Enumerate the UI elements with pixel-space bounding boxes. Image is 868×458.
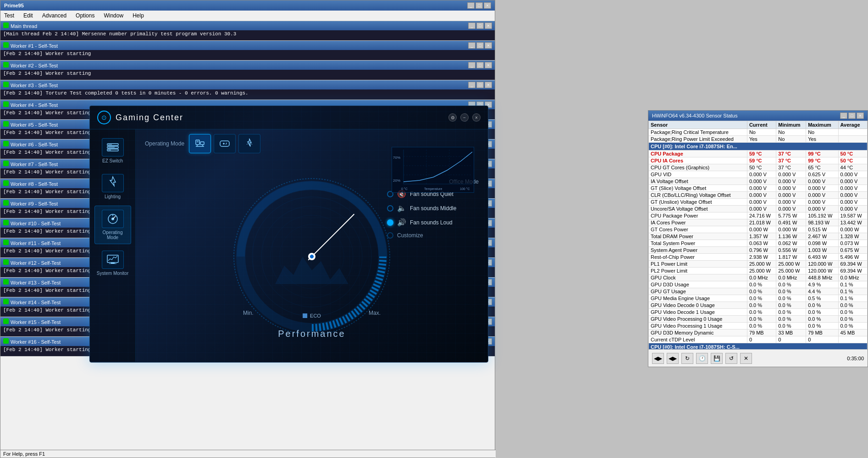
worker-id-7: Worker #7 - Self-Test — [11, 162, 58, 167]
hwinfo-clock-btn[interactable]: 🕐 — [696, 353, 708, 364]
sensor-maximum: 0.000 V — [806, 206, 838, 212]
sensor-current: 0.063 W — [747, 240, 776, 247]
menu-window[interactable]: Window — [102, 11, 125, 20]
customize-option[interactable]: Customize — [387, 232, 479, 239]
sensor-name: GPU Video Processing 0 Usage — [649, 316, 747, 323]
sensor-average: 0.675 W — [838, 247, 867, 254]
fan-loud-option[interactable]: 🔊 Fan sounds Loud — [387, 218, 479, 227]
worker-min-0[interactable]: _ — [468, 22, 475, 29]
sensor-current: 1.357 W — [747, 233, 776, 240]
sensor-average — [838, 129, 867, 136]
worker-icon-0 — [3, 22, 9, 28]
worker-icon-3 — [3, 82, 9, 87]
sensor-current: No — [747, 129, 776, 136]
table-row: Rest-of-Chip Power 2.938 W 1.817 W 6.493… — [649, 254, 868, 261]
worker-controls-1: _ □ × — [468, 42, 492, 49]
svg-text:0 °C: 0 °C — [401, 187, 408, 190]
table-row: GPU Media Engine Usage 0.0 % 0.0 % 0.5 %… — [649, 295, 868, 302]
sensor-maximum: 0.000 V — [806, 192, 838, 199]
menu-help[interactable]: Help — [131, 11, 146, 20]
worker-max-1[interactable]: □ — [476, 42, 484, 49]
sensor-average: 5.496 W — [838, 254, 867, 261]
hwinfo-sensor-table-container[interactable]: Sensor Current Minimum Maximum Average P… — [648, 121, 868, 349]
worker-max-3[interactable]: □ — [476, 82, 484, 88]
table-row: GPU GT Usage 0.0 % 0.0 % 4.4 % 0.1 % — [649, 288, 868, 295]
hwinfo-window-controls: _ □ × — [840, 112, 864, 119]
table-row: CPU [#0]: Intel Core i7-1087SH: En... — [649, 143, 868, 151]
table-row: Package;Ring Power Limit Exceeded Yes No… — [649, 136, 868, 143]
sensor-average: 13.442 W — [838, 219, 867, 226]
sensor-current: 24.716 W — [747, 212, 776, 219]
customize-radio[interactable] — [387, 232, 393, 239]
hwinfo-next-btn[interactable]: ◀▶ — [667, 353, 679, 364]
menu-test[interactable]: Test — [2, 11, 16, 20]
fan-loud-radio[interactable] — [387, 219, 393, 226]
minimize-button[interactable]: _ — [467, 2, 475, 9]
hwinfo-title: HWiNFO64 v6.34-4300 Sensor Status — [652, 113, 737, 118]
worker-controls-2: _ □ × — [468, 62, 492, 68]
worker-id-6: Worker #6 - Self-Test — [11, 142, 58, 147]
worker-close-2[interactable]: × — [485, 62, 492, 68]
fan-middle-option[interactable]: 🔈 Fan sounds Middle — [387, 204, 479, 212]
worker-section-0: Main thread _ □ × [Main thread Feb 2 14:… — [0, 21, 495, 41]
table-row: PL2 Power Limit 25.000 W 25.000 W 120.00… — [649, 268, 868, 274]
worker-min-2[interactable]: _ — [468, 62, 475, 68]
worker-max-2[interactable]: □ — [476, 62, 484, 68]
op-mode-office-btn[interactable] — [189, 134, 211, 153]
hwinfo-stop-btn[interactable]: ✕ — [740, 353, 752, 364]
worker-icon-13 — [3, 279, 9, 285]
sensor-maximum: 0.0 % — [806, 316, 838, 323]
fan-middle-radio[interactable] — [387, 205, 393, 212]
worker-id-11: Worker #11 - Self-Test — [11, 240, 61, 246]
hwinfo-restore-btn[interactable]: □ — [848, 112, 856, 119]
worker-titlebar-0: Main thread _ □ × — [0, 21, 495, 30]
sensor-current: 0.0 % — [747, 302, 776, 309]
sensor-current: 0 — [747, 336, 776, 343]
sensor-average: 0.073 W — [838, 240, 867, 247]
sensor-minimum: 0.0 % — [776, 309, 806, 316]
section-header-cell: CPU [#0]: Intel Core i7-1087SH: C-S... — [649, 343, 868, 350]
hwinfo-reset-btn[interactable]: ↺ — [725, 353, 737, 364]
sensor-maximum: 4.4 % — [806, 288, 838, 295]
gauge-container: ECO Min. Max. Performance — [225, 169, 399, 344]
worker-section-2: Worker #2 - Self-Test _ □ × [Feb 2 14:40… — [0, 61, 495, 80]
sensor-current: 59 °C — [747, 157, 776, 164]
table-row: PL1 Power Limit 25.000 W 25.000 W 120.00… — [649, 261, 868, 268]
menu-edit[interactable]: Edit — [22, 11, 35, 20]
hwinfo-save-btn[interactable]: 💾 — [711, 353, 723, 364]
worker-content-3: [Feb 2 14:40] Torture Test completed 0 t… — [0, 89, 495, 100]
op-mode-label: Operating Mode — [145, 140, 184, 147]
menu-options[interactable]: Options — [74, 11, 96, 20]
op-mode-gaming-btn[interactable] — [214, 134, 236, 153]
worker-icon-1 — [3, 42, 9, 48]
sensor-minimum: No — [776, 136, 806, 143]
worker-min-1[interactable]: _ — [468, 42, 475, 49]
sensor-minimum: 1.136 W — [776, 233, 806, 240]
worker-min-3[interactable]: _ — [468, 82, 475, 88]
hwinfo-minimize-btn[interactable]: _ — [840, 112, 847, 119]
worker-close-1[interactable]: × — [485, 42, 492, 49]
close-button[interactable]: × — [484, 2, 491, 9]
sensor-name: GPU D3D Usage — [649, 281, 747, 288]
sensor-minimum: 0.000 V — [776, 178, 806, 185]
col-sensor: Sensor — [649, 121, 747, 129]
hwinfo-refresh-btn[interactable]: ↻ — [681, 353, 693, 364]
sensor-maximum: 2.467 W — [806, 233, 838, 240]
hwinfo-titlebar: HWiNFO64 v6.34-4300 Sensor Status _ □ × — [648, 111, 868, 121]
menu-advanced[interactable]: Advanced — [40, 11, 68, 20]
op-mode-turbo-btn[interactable] — [238, 134, 260, 153]
worker-close-0[interactable]: × — [485, 22, 492, 29]
worker-id-1: Worker #1 - Self-Test — [11, 43, 58, 49]
worker-max-0[interactable]: □ — [476, 22, 484, 29]
maximize-button[interactable]: □ — [475, 2, 483, 9]
worker-close-3[interactable]: × — [485, 82, 492, 88]
hwinfo-close-btn[interactable]: × — [857, 112, 864, 119]
col-maximum: Maximum — [806, 121, 838, 129]
worker-icon-15 — [3, 318, 9, 324]
table-row: GPU D3D Usage 0.0 % 0.0 % 4.9 % 0.1 % — [649, 281, 868, 288]
sensor-minimum: 0.0 % — [776, 302, 806, 309]
sensor-average: 19.587 W — [838, 212, 867, 219]
hwinfo-prev-btn[interactable]: ◀▶ — [652, 353, 664, 364]
gauge-performance: Performance — [225, 329, 399, 339]
sensor-average: 44 °C — [838, 164, 867, 171]
